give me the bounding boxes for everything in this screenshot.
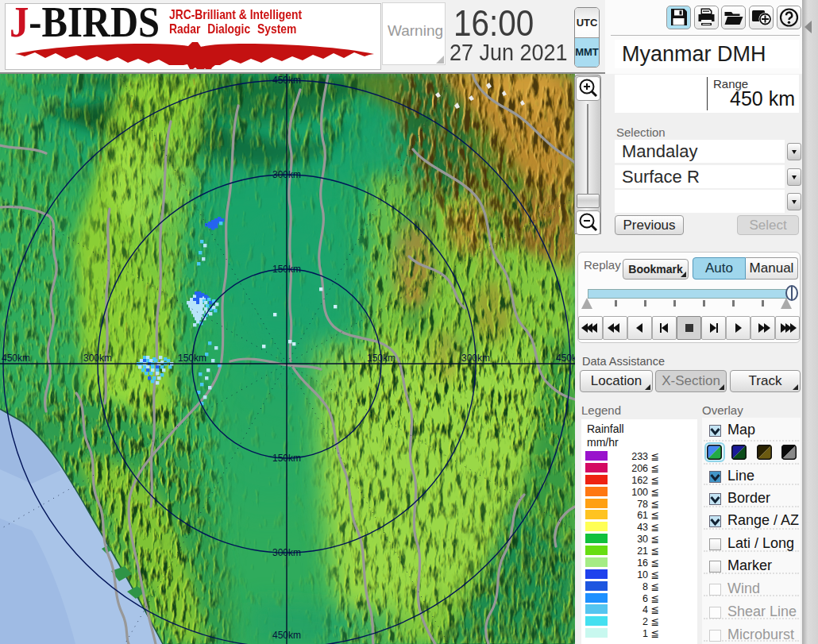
svg-text:150km: 150km (178, 353, 206, 364)
svg-text:150km: 150km (272, 264, 301, 275)
svg-text:450km: 450km (2, 353, 30, 364)
svg-text:300km: 300km (272, 547, 301, 558)
svg-text:450km: 450km (272, 75, 301, 86)
svg-text:300km: 300km (83, 353, 112, 364)
svg-text:450km: 450km (272, 630, 301, 641)
svg-text:150km: 150km (272, 453, 301, 464)
svg-text:300km: 300km (461, 353, 490, 364)
svg-text:450km: 450km (556, 353, 575, 364)
svg-text:300km: 300km (272, 169, 301, 180)
svg-text:150km: 150km (367, 353, 395, 364)
